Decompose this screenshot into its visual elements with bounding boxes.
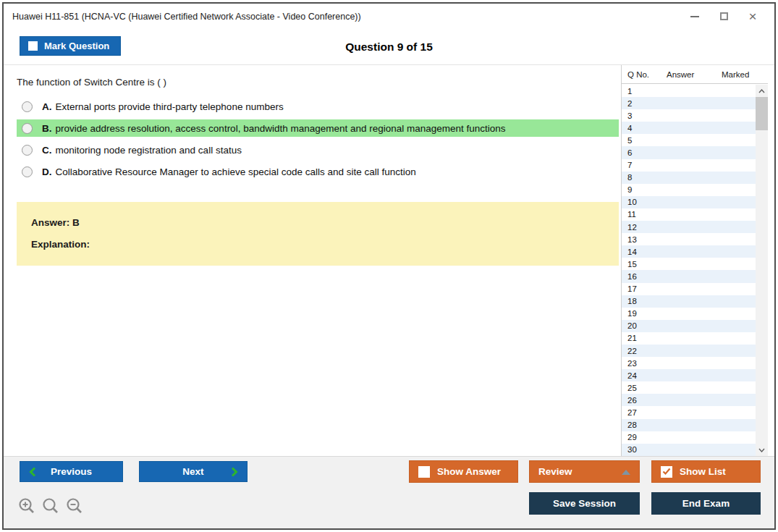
scrollbar[interactable] bbox=[756, 85, 768, 456]
question-number: 12 bbox=[627, 223, 637, 232]
question-number: 17 bbox=[627, 284, 637, 293]
question-list-row[interactable]: 5 bbox=[622, 134, 756, 146]
previous-button[interactable]: Previous bbox=[20, 461, 123, 482]
chevron-right-icon bbox=[231, 467, 238, 479]
question-number: 25 bbox=[627, 384, 637, 392]
question-list-row[interactable]: 18 bbox=[622, 295, 756, 308]
question-list-row[interactable]: 17 bbox=[622, 283, 756, 295]
dropdown-arrow-icon bbox=[622, 470, 630, 475]
question-number: 4 bbox=[627, 124, 632, 132]
question-pane: The function of Switch Centre is ( ) A. … bbox=[4, 65, 621, 456]
question-number: 24 bbox=[627, 371, 637, 380]
question-list-row[interactable]: 9 bbox=[622, 184, 756, 196]
options-list: A. External ports provide third-party te… bbox=[4, 98, 621, 180]
option-c[interactable]: C. monitoring node registration and call… bbox=[17, 141, 619, 159]
question-list-row[interactable]: 12 bbox=[622, 221, 756, 233]
maximize-button[interactable] bbox=[709, 4, 738, 29]
question-list-row[interactable]: 21 bbox=[622, 332, 756, 345]
main-area: The function of Switch Centre is ( ) A. … bbox=[4, 64, 774, 456]
question-list-row[interactable]: 8 bbox=[622, 172, 756, 184]
show-list-checkbox[interactable] bbox=[661, 466, 672, 478]
question-list-row[interactable]: 14 bbox=[622, 245, 756, 258]
show-answer-button[interactable]: Show Answer bbox=[409, 460, 518, 483]
radio-button[interactable] bbox=[22, 123, 33, 134]
zoom-out-icon[interactable] bbox=[66, 497, 83, 516]
radio-button[interactable] bbox=[22, 166, 33, 177]
titlebar: Huawei H11-851 (HCNA-VC (Huawei Certifie… bbox=[4, 4, 774, 29]
minimize-icon bbox=[690, 16, 699, 17]
save-session-button[interactable]: Save Session bbox=[529, 492, 640, 515]
question-number: 14 bbox=[627, 248, 637, 256]
question-list-row[interactable]: 7 bbox=[622, 159, 756, 172]
question-list-panel: Q No. Answer Marked 12345678910111213141… bbox=[621, 65, 768, 456]
question-number: 5 bbox=[627, 136, 632, 145]
question-list-row[interactable]: 13 bbox=[622, 233, 756, 245]
question-list-row[interactable]: 29 bbox=[622, 431, 756, 444]
question-text: The function of Switch Centre is ( ) bbox=[17, 77, 621, 88]
question-list-row[interactable]: 6 bbox=[622, 146, 756, 159]
question-list-row[interactable]: 27 bbox=[622, 406, 756, 418]
question-number: 13 bbox=[627, 235, 637, 244]
question-list-row[interactable]: 4 bbox=[622, 122, 756, 134]
question-list-row[interactable]: 22 bbox=[622, 345, 756, 357]
minimize-button[interactable] bbox=[680, 4, 709, 29]
mark-question-button[interactable]: Mark Question bbox=[20, 36, 121, 56]
question-number: 9 bbox=[627, 185, 632, 194]
question-number: 22 bbox=[627, 347, 637, 355]
question-list-row[interactable]: 1 bbox=[622, 85, 756, 97]
show-list-button[interactable]: Show List bbox=[651, 460, 761, 483]
show-answer-checkbox[interactable] bbox=[418, 466, 430, 478]
scroll-down-arrow[interactable] bbox=[756, 444, 768, 456]
answer-box: Answer: B Explanation: bbox=[17, 202, 619, 266]
question-list-row[interactable]: 28 bbox=[622, 419, 756, 431]
question-list-row[interactable]: 2 bbox=[622, 97, 756, 109]
option-b[interactable]: B. provide address resolution, access co… bbox=[17, 119, 619, 137]
question-number: 16 bbox=[627, 272, 637, 281]
column-qno: Q No. bbox=[622, 70, 667, 79]
question-number: 11 bbox=[627, 210, 636, 219]
option-d[interactable]: D. Collaborative Resource Manager to ach… bbox=[17, 163, 619, 180]
option-text: External ports provide third-party telep… bbox=[56, 101, 284, 112]
mark-question-label: Mark Question bbox=[44, 41, 109, 51]
next-button[interactable]: Next bbox=[139, 461, 248, 482]
zoom-reset-icon[interactable] bbox=[42, 497, 59, 516]
previous-label: Previous bbox=[51, 466, 92, 477]
check-icon bbox=[662, 468, 671, 476]
question-number: 10 bbox=[627, 198, 637, 206]
save-session-label: Save Session bbox=[553, 498, 616, 509]
end-exam-button[interactable]: End Exam bbox=[651, 492, 761, 515]
question-list-row[interactable]: 20 bbox=[622, 320, 756, 332]
question-list-row[interactable]: 16 bbox=[622, 270, 756, 282]
radio-button[interactable] bbox=[22, 145, 33, 156]
question-list-row[interactable]: 19 bbox=[622, 308, 756, 320]
question-number: 2 bbox=[627, 99, 632, 108]
question-number: 8 bbox=[627, 173, 632, 182]
review-button[interactable]: Review bbox=[529, 460, 640, 483]
question-number: 23 bbox=[627, 359, 637, 368]
end-exam-label: End Exam bbox=[682, 498, 730, 509]
option-text: monitoring node registration and call st… bbox=[56, 145, 242, 156]
option-a[interactable]: A. External ports provide third-party te… bbox=[17, 98, 619, 115]
question-list-row[interactable]: 3 bbox=[622, 109, 756, 122]
question-list-row[interactable]: 30 bbox=[622, 444, 756, 456]
question-list-row[interactable]: 23 bbox=[622, 357, 756, 369]
mark-question-checkbox[interactable] bbox=[28, 41, 38, 51]
question-list-row[interactable]: 25 bbox=[622, 381, 756, 394]
close-button[interactable]: × bbox=[738, 4, 767, 29]
question-list-row[interactable]: 26 bbox=[622, 394, 756, 406]
zoom-in-icon[interactable] bbox=[18, 497, 35, 516]
question-list-row[interactable]: 10 bbox=[622, 196, 756, 208]
radio-button[interactable] bbox=[22, 101, 33, 112]
option-letter: B. bbox=[42, 123, 52, 134]
app-window: Huawei H11-851 (HCNA-VC (Huawei Certifie… bbox=[2, 2, 776, 530]
scroll-thumb[interactable] bbox=[756, 97, 768, 130]
question-header: Mark Question Question 9 of 15 bbox=[4, 29, 774, 64]
chevron-left-icon bbox=[29, 467, 36, 479]
scroll-up-arrow[interactable] bbox=[756, 85, 768, 97]
question-list-row[interactable]: 24 bbox=[622, 369, 756, 381]
question-list-row[interactable]: 15 bbox=[622, 258, 756, 270]
footer-bar: Previous Next Show Answer Review Show Li… bbox=[4, 456, 774, 528]
question-list-row[interactable]: 11 bbox=[622, 208, 756, 221]
question-number: 1 bbox=[627, 87, 632, 96]
close-icon: × bbox=[748, 9, 756, 23]
